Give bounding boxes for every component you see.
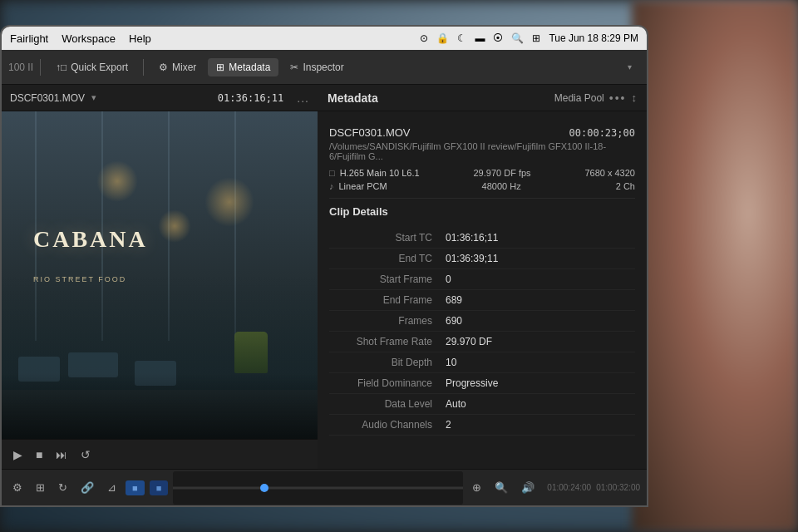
media-pool-dots[interactable]: ••• — [609, 91, 627, 105]
meta-value: Auto — [446, 398, 466, 410]
video-preview: CABANA RIO STREET FOOD — [2, 111, 318, 439]
meta-label: End TC — [329, 253, 446, 264]
metadata-content: DSCF0301.MOV 00:00:23;00 /Volumes/SANDIS… — [318, 111, 647, 469]
inspector-button[interactable]: ✂ Inspector — [282, 58, 352, 76]
video-spec-row: □ H.265 Main 10 L6.1 29.970 DF fps 7680 … — [329, 168, 635, 178]
divider-2 — [143, 59, 144, 76]
metadata-header-right: Media Pool ••• ↕ — [554, 91, 637, 105]
battery-icon: ▬ — [475, 32, 485, 44]
overflow-button[interactable]: ▾ — [619, 59, 640, 75]
timeline-area — [173, 471, 463, 505]
meta-value: 689 — [446, 294, 462, 306]
table-row: Start TC01:36:16;11 — [329, 228, 635, 249]
metadata-panel-header: Metadata Media Pool ••• ↕ — [318, 85, 647, 111]
audio-button[interactable]: 🔊 — [517, 479, 539, 496]
main-content: DSCF0301.MOV ▾ 01:36:16;11 ... — [2, 85, 647, 469]
sort-icon[interactable]: ↕ — [632, 91, 638, 104]
stop-button[interactable]: ■ — [32, 446, 46, 463]
meta-value: 10 — [446, 357, 456, 368]
timecode-display: 01:36:16;11 — [218, 92, 283, 104]
restaurant-sign: CABANA — [33, 226, 148, 253]
clip-duration: 00:00:23;00 — [569, 127, 635, 139]
meta-value: 2 — [446, 419, 451, 431]
toolbar-right-space: ▾ — [619, 59, 640, 75]
focus-icon: ⊙ — [420, 32, 428, 44]
control-center-icon[interactable]: ⊞ — [532, 32, 540, 44]
audio-codec-group: ♪ Linear PCM — [329, 181, 387, 191]
marker-button[interactable]: ⊿ — [103, 479, 121, 496]
chevron-down-icon: ▾ — [628, 62, 632, 71]
background-person — [632, 0, 798, 532]
meta-label: Field Dominance — [329, 377, 446, 389]
meta-label: Bit Depth — [329, 357, 446, 368]
inspector-label: Inspector — [303, 62, 343, 73]
menubar-workspace[interactable]: Workspace — [62, 32, 116, 45]
meta-value: 690 — [446, 315, 462, 327]
menubar-help[interactable]: Help — [129, 32, 151, 45]
settings-button[interactable]: ⚙ — [8, 479, 27, 496]
link-button[interactable]: 🔗 — [76, 479, 98, 496]
metadata-panel: Metadata Media Pool ••• ↕ DSCF0301.MOV 0… — [318, 85, 647, 469]
video-icon: □ — [329, 168, 335, 178]
video-panel: DSCF0301.MOV ▾ 01:36:16;11 ... — [2, 85, 318, 469]
clip-name-row: DSCF0301.MOV 00:00:23;00 — [329, 126, 635, 139]
menubar: Fairlight Workspace Help ⊙ 🔒 ☾ ▬ ⦿ 🔍 ⊞ T… — [2, 27, 647, 50]
lock-icon: 🔒 — [436, 32, 449, 44]
metadata-panel-title: Metadata — [328, 91, 378, 105]
clip-path: /Volumes/SANDISK/Fujifilm GFX100 II revi… — [329, 141, 635, 161]
mixer-button[interactable]: ⚙ Mixer — [150, 58, 204, 76]
table-row: Start Frame0 — [329, 269, 635, 290]
meta-label: Shot Frame Rate — [329, 336, 446, 347]
laptop-frame: Fairlight Workspace Help ⊙ 🔒 ☾ ▬ ⦿ 🔍 ⊞ T… — [0, 25, 648, 507]
metadata-icon: ⊞ — [216, 62, 224, 73]
video-controls: ▶ ■ ⏭ ↺ — [2, 439, 318, 469]
inspector-icon: ✂ — [290, 62, 298, 73]
out-point-button[interactable]: ■ — [150, 480, 169, 495]
clip-name-chevron: ▾ — [91, 92, 96, 103]
table-row: Field DominanceProgressive — [329, 373, 635, 394]
meta-label: Start TC — [329, 232, 446, 244]
rewind-button[interactable]: ↺ — [77, 446, 94, 463]
video-codec-group: □ H.265 Main 10 L6.1 — [329, 168, 420, 178]
table-row: Audio Channels2 — [329, 415, 635, 436]
quick-export-icon: ↑□ — [56, 62, 66, 73]
mixer-icon: ⚙ — [159, 62, 168, 73]
mixer-label: Mixer — [172, 62, 196, 73]
fps-value: 29.970 DF fps — [474, 168, 531, 178]
media-pool-label: Media Pool — [554, 92, 604, 104]
meta-label: Frames — [329, 315, 446, 327]
layout-button[interactable]: ⊞ — [32, 479, 49, 496]
zoom-button[interactable]: 🔍 — [490, 479, 512, 496]
meta-value: Progressive — [446, 377, 498, 389]
skip-forward-button[interactable]: ⏭ — [52, 446, 71, 463]
scene-light-2 — [158, 209, 191, 243]
moon-icon: ☾ — [457, 32, 466, 44]
bottom-toolbar: ⚙ ⊞ ↻ 🔗 ⊿ ■ ■ ⊕ 🔍 🔊 01:00:24:00 01:00:32… — [2, 469, 647, 505]
timeline-playhead[interactable] — [260, 484, 268, 492]
scene-light-3 — [96, 160, 138, 202]
in-point-button[interactable]: ■ — [126, 480, 145, 495]
table-row: Frames690 — [329, 311, 635, 332]
quick-export-label: Quick Export — [71, 62, 128, 73]
search-icon[interactable]: 🔍 — [511, 32, 524, 44]
menubar-fairlight[interactable]: Fairlight — [10, 32, 48, 45]
meta-label: Start Frame — [329, 273, 446, 285]
metadata-button[interactable]: ⊞ Metadata — [208, 58, 278, 76]
app-area: 100 II ↑□ Quick Export ⚙ Mixer ⊞ Metadat… — [2, 50, 647, 505]
table-row: End Frame689 — [329, 290, 635, 311]
loop-button[interactable]: ↻ — [54, 479, 71, 496]
play-button[interactable]: ▶ — [10, 446, 26, 463]
clip-info-block: DSCF0301.MOV 00:00:23;00 /Volumes/SANDIS… — [329, 120, 635, 199]
clock: Tue Jun 18 8:29 PM — [549, 32, 638, 44]
meta-value: 0 — [446, 273, 451, 285]
audio-spec-row: ♪ Linear PCM 48000 Hz 2 Ch — [329, 181, 635, 191]
clip-details-section: Clip Details Start TC01:36:16;11End TC01… — [329, 205, 635, 436]
metadata-label: Metadata — [229, 62, 270, 73]
metadata-table: Start TC01:36:16;11End TC01:36:39;11Star… — [329, 228, 635, 436]
zoom-in-button[interactable]: ⊕ — [468, 479, 485, 496]
app-shortname: 100 II — [8, 62, 33, 73]
quick-export-button[interactable]: ↑□ Quick Export — [47, 58, 136, 76]
resolution-value: 7680 x 4320 — [584, 168, 635, 178]
audio-codec: Linear PCM — [339, 181, 387, 191]
menubar-right: ⊙ 🔒 ☾ ▬ ⦿ 🔍 ⊞ Tue Jun 18 8:29 PM — [420, 32, 638, 44]
